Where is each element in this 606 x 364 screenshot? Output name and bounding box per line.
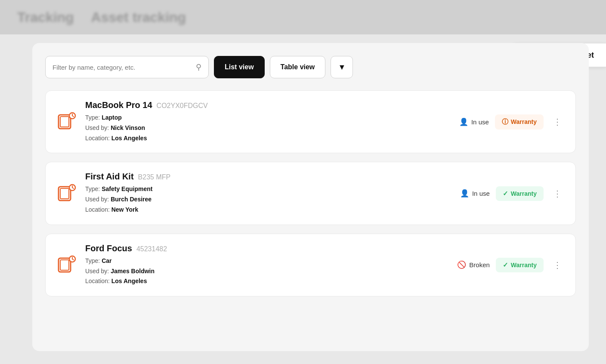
asset-info: MacBook Pro 14 CO2YX0FDGCV Type: Laptop … (85, 100, 451, 143)
svg-rect-6 (60, 188, 69, 199)
asset-icon (56, 182, 77, 205)
asset-code: B235 MFP (138, 173, 171, 181)
asset-code: 45231482 (136, 245, 167, 253)
warranty-label: Warranty (511, 262, 537, 268)
warranty-label: Warranty (511, 118, 537, 125)
asset-actions: 🚫 Broken ✓ Warranty (457, 258, 565, 272)
more-options-button[interactable] (550, 187, 565, 201)
nav-text-2: Asset tracking (91, 9, 186, 25)
asset-info: Ford Focus 45231482 Type: Car Used by: J… (85, 244, 448, 287)
asset-actions: 👤 In use ⓘ Warranty (459, 114, 565, 130)
asset-title: First Aid Kit B235 MFP (85, 172, 451, 182)
toolbar: ⚲ List view Table view ▼ (45, 56, 576, 78)
asset-title: Ford Focus 45231482 (85, 244, 448, 253)
asset-title: MacBook Pro 14 CO2YX0FDGCV (85, 100, 451, 110)
asset-name: MacBook Pro 14 (85, 100, 152, 110)
asset-icon (56, 111, 77, 133)
warranty-badge: ✓ Warranty (496, 258, 544, 272)
asset-name: First Aid Kit (85, 172, 134, 182)
status-badge: 👤 In use (460, 189, 490, 198)
asset-meta: Type: Laptop Used by: Nick Vinson Locati… (85, 113, 451, 143)
asset-used-by: Used by: Nick Vinson (85, 123, 451, 133)
search-icon: ⚲ (196, 62, 201, 72)
asset-card: Ford Focus 45231482 Type: Car Used by: J… (45, 234, 576, 296)
asset-actions: 👤 In use ✓ Warranty (460, 186, 565, 201)
asset-meta: Type: Safety Equipment Used by: Burch De… (85, 184, 451, 215)
svg-rect-11 (60, 260, 69, 270)
main-panel: ⚲ List view Table view ▼ MacBook Pro (32, 43, 589, 351)
list-view-button[interactable]: List view (214, 56, 265, 78)
asset-code: CO2YX0FDGCV (157, 102, 208, 110)
warranty-check-icon: ✓ (503, 190, 508, 197)
search-box[interactable]: ⚲ (45, 56, 209, 78)
asset-info: First Aid Kit B235 MFP Type: Safety Equi… (85, 172, 451, 215)
status-badge: 👤 In use (459, 117, 489, 126)
warranty-label: Warranty (511, 190, 537, 197)
asset-location: Location: New York (85, 205, 451, 215)
warranty-badge: ✓ Warranty (496, 186, 544, 201)
asset-card: MacBook Pro 14 CO2YX0FDGCV Type: Laptop … (45, 90, 576, 153)
status-label: Broken (469, 261, 490, 268)
status-label: In use (472, 190, 490, 197)
more-options-button[interactable] (550, 115, 565, 129)
search-input[interactable] (53, 64, 192, 71)
asset-type: Type: Car (85, 256, 448, 266)
svg-rect-1 (60, 117, 69, 127)
asset-location: Location: Los Angeles (85, 133, 451, 144)
asset-location: Location: Los Angeles (85, 276, 448, 287)
table-view-button[interactable]: Table view (270, 56, 326, 78)
asset-name: Ford Focus (85, 244, 132, 253)
asset-card: First Aid Kit B235 MFP Type: Safety Equi… (45, 162, 576, 225)
asset-meta: Type: Car Used by: James Boldwin Locatio… (85, 256, 448, 287)
asset-list: MacBook Pro 14 CO2YX0FDGCV Type: Laptop … (45, 90, 576, 296)
asset-type: Type: Laptop (85, 113, 451, 123)
broken-icon: 🚫 (457, 260, 466, 269)
asset-used-by: Used by: Burch Desiree (85, 194, 451, 205)
asset-used-by: Used by: James Boldwin (85, 266, 448, 277)
filter-button[interactable]: ▼ (331, 56, 353, 78)
more-options-button[interactable] (550, 258, 565, 272)
nav-text-1: Tracking (17, 9, 74, 25)
warranty-warning-icon: ⓘ (502, 118, 508, 126)
status-label: In use (471, 118, 489, 126)
person-icon: 👤 (459, 117, 468, 126)
person-icon: 👤 (460, 189, 469, 198)
top-nav: Tracking Asset tracking (0, 0, 606, 34)
asset-type: Type: Safety Equipment (85, 184, 451, 194)
filter-icon: ▼ (338, 63, 346, 72)
status-badge: 🚫 Broken (457, 260, 490, 269)
asset-icon (56, 254, 77, 276)
warranty-check-icon: ✓ (503, 261, 508, 269)
warranty-badge: ⓘ Warranty (495, 114, 544, 130)
